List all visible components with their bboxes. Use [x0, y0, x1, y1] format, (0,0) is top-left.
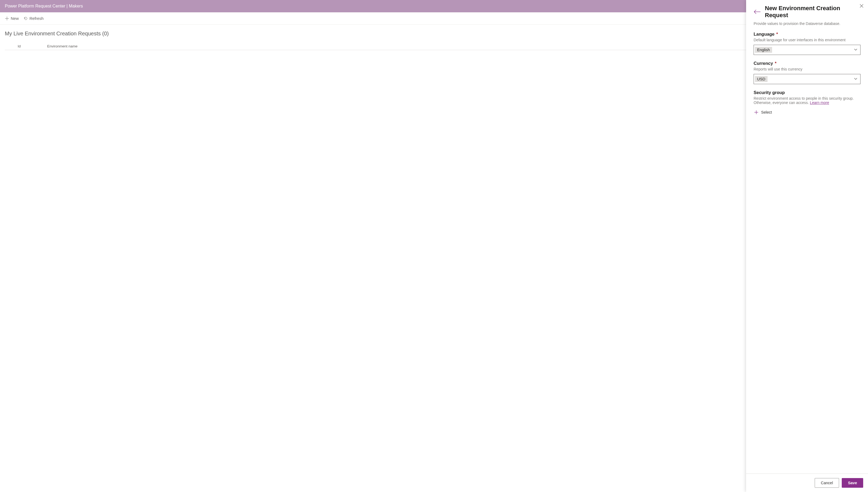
close-icon	[860, 4, 864, 8]
save-button[interactable]: Save	[842, 478, 863, 488]
main-content: My Live Environment Creation Requests (0…	[0, 25, 868, 492]
list-header-row: Id Environment name	[5, 44, 863, 50]
col-checkbox	[5, 44, 18, 48]
cancel-button[interactable]: Cancel	[815, 478, 839, 488]
field-currency: Currency * Reports will use this currenc…	[754, 61, 861, 84]
currency-label: Currency *	[754, 61, 861, 66]
panel-body: Provide values to provision the Datavers…	[746, 20, 868, 473]
field-security-group: Security group Restrict environment acce…	[754, 90, 861, 116]
select-button-label: Select	[761, 110, 772, 115]
language-label-text: Language	[754, 32, 774, 36]
panel-header: New Environment Creation Request	[746, 0, 868, 20]
panel-subtitle: Provide values to provision the Datavers…	[754, 21, 861, 26]
app-title: Power Platform Request Center | Makers	[5, 4, 83, 8]
new-button[interactable]: New	[4, 15, 19, 22]
currency-description: Reports will use this currency	[754, 67, 861, 71]
required-marker: *	[776, 32, 778, 36]
language-select[interactable]: English	[754, 45, 861, 55]
plus-icon	[754, 110, 759, 115]
currency-label-text: Currency	[754, 61, 773, 66]
select-security-group-button[interactable]: Select	[754, 109, 772, 116]
language-description: Default language for user interfaces in …	[754, 38, 861, 42]
new-button-label: New	[11, 16, 19, 21]
security-group-desc-text: Restrict environment access to people in…	[754, 96, 854, 105]
close-button[interactable]	[858, 2, 865, 10]
refresh-button-label: Refresh	[29, 16, 44, 21]
arrow-left-icon	[754, 9, 761, 15]
col-envname-header[interactable]: Environment name	[47, 44, 863, 48]
required-marker: *	[775, 61, 776, 66]
side-panel: New Environment Creation Request Provide…	[746, 0, 868, 492]
refresh-icon	[24, 16, 28, 21]
security-group-label: Security group	[754, 90, 861, 95]
learn-more-link[interactable]: Learn more	[810, 100, 829, 105]
field-language: Language * Default language for user int…	[754, 32, 861, 55]
chevron-down-icon	[854, 77, 858, 81]
language-select-value: English	[755, 47, 772, 53]
plus-icon	[5, 16, 9, 21]
back-button[interactable]	[754, 9, 761, 15]
panel-footer: Cancel Save	[746, 473, 868, 492]
language-label: Language *	[754, 32, 861, 37]
col-id-header[interactable]: Id	[18, 44, 47, 48]
app-bar: Power Platform Request Center | Makers	[0, 0, 868, 12]
command-bar: New Refresh	[0, 12, 868, 25]
currency-select[interactable]: USD	[754, 74, 861, 84]
refresh-button[interactable]: Refresh	[23, 15, 44, 22]
chevron-down-icon	[854, 48, 858, 52]
currency-select-value: USD	[755, 76, 768, 82]
panel-title: New Environment Creation Request	[765, 5, 861, 19]
security-group-description: Restrict environment access to people in…	[754, 96, 861, 105]
list-title: My Live Environment Creation Requests (0…	[5, 30, 863, 37]
